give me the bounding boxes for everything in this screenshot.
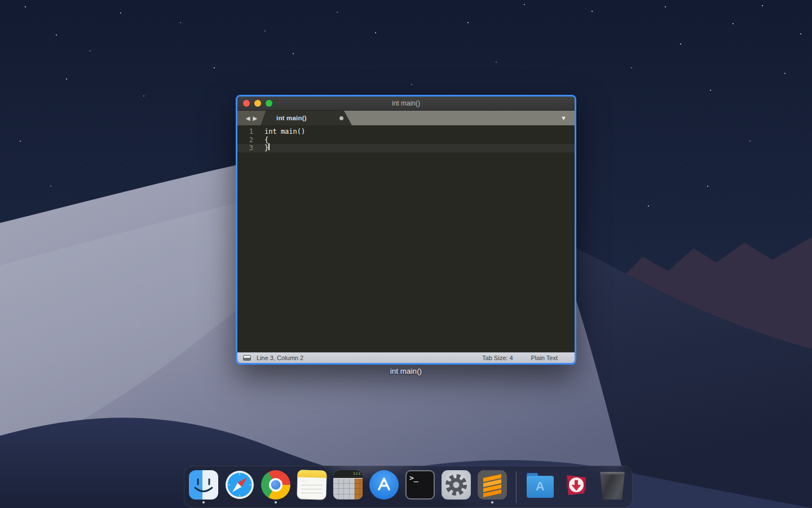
dock-item-notes[interactable] [297, 470, 326, 504]
dock-item-system-preferences[interactable] [442, 470, 471, 504]
dock-item-applications-folder[interactable]: A [526, 470, 555, 504]
desktop: int main() ◀ ▶ int main() ▼ 1 int main()… [0, 0, 812, 508]
trash-icon [598, 471, 627, 500]
tab-int-main[interactable]: int main() [261, 111, 352, 125]
back-arrow-icon[interactable]: ◀ [246, 115, 250, 121]
dock-item-safari[interactable] [225, 470, 254, 504]
panel-toggle-icon[interactable] [243, 355, 251, 361]
minimize-button[interactable] [254, 100, 261, 107]
dock-item-finder[interactable] [189, 470, 218, 504]
close-button[interactable] [243, 100, 250, 107]
chevron-down-icon: ▼ [561, 115, 567, 121]
line-number: 1 [237, 128, 261, 136]
code-line: 1 int main() [237, 128, 575, 136]
dock-item-sublime-text[interactable] [478, 470, 507, 504]
app-store-icon [369, 470, 399, 500]
window-caption: int main() [236, 367, 576, 375]
syntax-indicator[interactable]: Plain Text [531, 354, 558, 361]
sublime-text-icon [478, 470, 507, 500]
code-line-current: 3 } [237, 144, 575, 152]
code-editor[interactable]: 1 int main() 2 { 3 } [237, 125, 575, 351]
status-bar: Line 3, Column 2 Tab Size: 4 Plain Text [237, 352, 575, 363]
dock-item-terminal[interactable]: >_ [405, 470, 435, 504]
running-indicator [491, 501, 493, 503]
window-titlebar[interactable]: int main() [237, 97, 575, 111]
terminal-icon: >_ [405, 470, 435, 500]
notes-icon [297, 470, 326, 500]
tab-modified-dot-icon [339, 116, 343, 120]
cursor-position: Line 3, Column 2 [257, 354, 303, 361]
forward-arrow-icon[interactable]: ▶ [253, 115, 258, 121]
dock: 123 >_ [184, 466, 633, 508]
zoom-button[interactable] [266, 100, 272, 107]
dock-divider [516, 471, 517, 503]
finder-icon [189, 470, 218, 500]
applications-folder-icon: A [526, 470, 555, 500]
code-text: { [261, 136, 268, 144]
calculator-icon: 123 [333, 470, 363, 500]
line-number: 2 [237, 136, 261, 144]
traffic-lights [243, 100, 272, 107]
tab-overflow-menu[interactable]: ▼ [561, 111, 567, 125]
running-indicator [275, 501, 277, 503]
gear-icon [442, 470, 471, 500]
dock-item-downloads-manager[interactable] [562, 470, 591, 504]
dock-item-calculator[interactable]: 123 [333, 470, 363, 504]
window-title: int main() [237, 99, 575, 107]
tab-bar: ◀ ▶ int main() ▼ [237, 111, 575, 125]
download-icon [562, 470, 591, 500]
running-indicator [202, 501, 205, 503]
dock-item-chrome[interactable] [261, 470, 290, 504]
code-text: int main() [261, 128, 305, 136]
chrome-icon [261, 470, 290, 500]
dock-item-trash[interactable] [598, 470, 627, 504]
line-number: 3 [237, 144, 261, 152]
code-line: 2 { [237, 136, 575, 144]
tab-size-indicator[interactable]: Tab Size: 4 [482, 354, 513, 361]
sublime-text-window: int main() ◀ ▶ int main() ▼ 1 int main()… [236, 95, 576, 365]
code-text: } [261, 144, 268, 152]
safari-icon [225, 470, 254, 500]
text-caret [268, 143, 270, 150]
tab-label: int main() [276, 115, 307, 121]
dock-item-app-store[interactable] [369, 470, 399, 504]
